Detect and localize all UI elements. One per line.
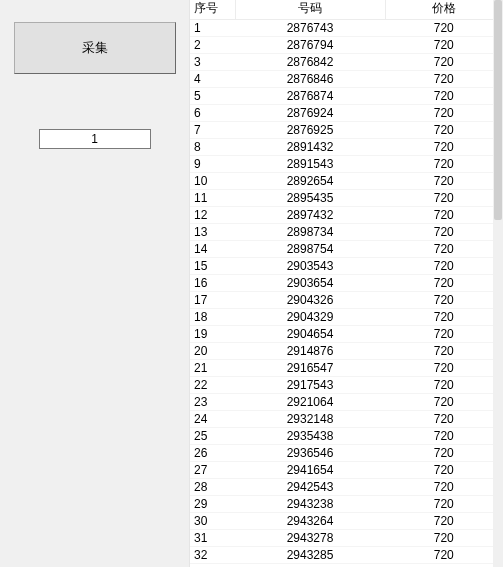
cell-index: 10	[190, 173, 235, 190]
cell-number: 2876925	[235, 122, 385, 139]
cell-price: 720	[385, 292, 503, 309]
table-row[interactable]: 52876874720	[190, 88, 503, 105]
table-row[interactable]: 232921064720	[190, 394, 503, 411]
data-table: 序号 号码 价格 1287674372022876794720328768427…	[190, 0, 503, 567]
cell-price: 720	[385, 479, 503, 496]
cell-number: 2892654	[235, 173, 385, 190]
cell-index: 22	[190, 377, 235, 394]
cell-price: 720	[385, 241, 503, 258]
page-input[interactable]	[39, 129, 151, 149]
col-header-index[interactable]: 序号	[190, 0, 235, 20]
cell-number: 2943264	[235, 513, 385, 530]
collect-button[interactable]: 采集	[14, 22, 176, 74]
cell-number: 2941654	[235, 462, 385, 479]
cell-index: 26	[190, 445, 235, 462]
cell-number: 2903654	[235, 275, 385, 292]
cell-number: 2904326	[235, 292, 385, 309]
cell-number: 2917543	[235, 377, 385, 394]
cell-index: 20	[190, 343, 235, 360]
cell-price: 720	[385, 564, 503, 568]
cell-price: 720	[385, 547, 503, 564]
table-row[interactable]: 122897432720	[190, 207, 503, 224]
cell-index: 5	[190, 88, 235, 105]
table-row[interactable]: 212916547720	[190, 360, 503, 377]
table-row[interactable]: 102892654720	[190, 173, 503, 190]
table-row[interactable]: 172904326720	[190, 292, 503, 309]
table-row[interactable]: 252935438720	[190, 428, 503, 445]
table-row[interactable]: 72876925720	[190, 122, 503, 139]
table-row[interactable]: 22876794720	[190, 37, 503, 54]
cell-price: 720	[385, 513, 503, 530]
cell-number: 2891432	[235, 139, 385, 156]
table-row[interactable]: 192904654720	[190, 326, 503, 343]
cell-price: 720	[385, 530, 503, 547]
table-row[interactable]: 182904329720	[190, 309, 503, 326]
cell-index: 19	[190, 326, 235, 343]
cell-number: 2932148	[235, 411, 385, 428]
table-row[interactable]: 202914876720	[190, 343, 503, 360]
cell-index: 23	[190, 394, 235, 411]
cell-price: 720	[385, 88, 503, 105]
cell-price: 720	[385, 20, 503, 37]
cell-index: 31	[190, 530, 235, 547]
cell-number: 2921064	[235, 394, 385, 411]
cell-index: 28	[190, 479, 235, 496]
cell-number: 2943285	[235, 547, 385, 564]
cell-number: 2891543	[235, 156, 385, 173]
cell-price: 720	[385, 105, 503, 122]
cell-price: 720	[385, 428, 503, 445]
scroll-thumb[interactable]	[494, 0, 502, 220]
table-row[interactable]: 132898734720	[190, 224, 503, 241]
table-row[interactable]: 262936546720	[190, 445, 503, 462]
vertical-scrollbar[interactable]	[493, 0, 503, 567]
table-row[interactable]: 162903654720	[190, 275, 503, 292]
cell-price: 720	[385, 122, 503, 139]
table-row[interactable]: 282942543720	[190, 479, 503, 496]
cell-price: 720	[385, 37, 503, 54]
cell-price: 720	[385, 71, 503, 88]
cell-index: 2	[190, 37, 235, 54]
col-header-number[interactable]: 号码	[235, 0, 385, 20]
table-row[interactable]: 112895435720	[190, 190, 503, 207]
table-row[interactable]: 62876924720	[190, 105, 503, 122]
cell-number: 2903543	[235, 258, 385, 275]
table-row[interactable]: 32876842720	[190, 54, 503, 71]
cell-number: 2936546	[235, 445, 385, 462]
cell-price: 720	[385, 207, 503, 224]
table-row[interactable]: 302943264720	[190, 513, 503, 530]
table-row[interactable]: 142898754720	[190, 241, 503, 258]
left-panel: 采集	[0, 0, 190, 567]
cell-number: 2898734	[235, 224, 385, 241]
cell-number: 2935438	[235, 428, 385, 445]
cell-number: 2898754	[235, 241, 385, 258]
table-row[interactable]: 12876743720	[190, 20, 503, 37]
table-row[interactable]: 242932148720	[190, 411, 503, 428]
cell-number: 2916547	[235, 360, 385, 377]
table-row[interactable]: 292943238720	[190, 496, 503, 513]
table-row[interactable]: 222917543720	[190, 377, 503, 394]
cell-index: 14	[190, 241, 235, 258]
table-row[interactable]: 272941654720	[190, 462, 503, 479]
table-row[interactable]: 312943278720	[190, 530, 503, 547]
cell-price: 720	[385, 462, 503, 479]
table-row[interactable]: 322943285720	[190, 547, 503, 564]
cell-price: 720	[385, 275, 503, 292]
table-row[interactable]: 332946540720	[190, 564, 503, 568]
table-row[interactable]: 42876846720	[190, 71, 503, 88]
cell-index: 25	[190, 428, 235, 445]
cell-number: 2895435	[235, 190, 385, 207]
cell-index: 6	[190, 105, 235, 122]
cell-price: 720	[385, 394, 503, 411]
cell-price: 720	[385, 258, 503, 275]
table-row[interactable]: 152903543720	[190, 258, 503, 275]
cell-index: 11	[190, 190, 235, 207]
table-row[interactable]: 82891432720	[190, 139, 503, 156]
cell-number: 2876846	[235, 71, 385, 88]
table-row[interactable]: 92891543720	[190, 156, 503, 173]
cell-index: 12	[190, 207, 235, 224]
col-header-price[interactable]: 价格	[385, 0, 503, 20]
collect-button-label: 采集	[82, 39, 108, 57]
cell-number: 2946540	[235, 564, 385, 568]
cell-price: 720	[385, 173, 503, 190]
cell-index: 32	[190, 547, 235, 564]
